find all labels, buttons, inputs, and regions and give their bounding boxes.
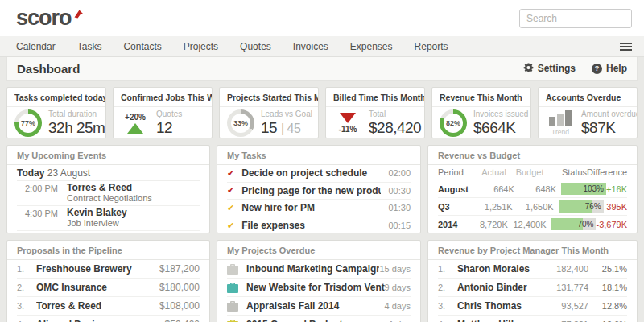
kpi-tasks-completed[interactable]: Tasks completed today 77% Total duration… [6,87,106,138]
pm-row[interactable]: 1. Sharon Morales 182,400 25.1% [438,260,627,279]
overdue-days: 9 days [385,283,411,292]
check-icon[interactable]: ✔ [227,221,234,230]
check-icon[interactable]: ✔ [227,169,234,178]
status-bar: 70% [551,218,596,230]
check-icon[interactable]: ✔ [227,204,234,213]
nav-item-expenses[interactable]: Expenses [350,41,393,52]
pm-percent: 18.1% [588,283,627,292]
donut-percent: 77% [19,114,38,133]
proposal-row[interactable]: 3. Torres & Reed $108,000 [17,297,200,316]
header-actions: Settings ? Help [523,62,627,75]
row-number: 1. [17,264,36,274]
help-label: Help [606,63,627,74]
nav-item-calendar[interactable]: Calendar [16,41,56,52]
pm-row[interactable]: 2. Antonio Binder 131,774 18.1% [438,279,627,297]
triangle-up-icon [127,123,143,134]
check-icon[interactable]: ✔ [227,186,234,195]
settings-button[interactable]: Settings [523,62,576,75]
donut-chart: 82% [440,109,467,137]
table-row[interactable]: Q3 1,251K 1,650K 76% -395K [438,198,627,216]
logo-text: scoro [16,7,72,29]
task-label: File expenses [242,220,381,231]
proposal-row[interactable]: 1. Freshhouse Brewery $187,200 [17,260,200,279]
actual-cell: 664K [477,184,514,194]
nav-item-invoices[interactable]: Invoices [293,41,328,52]
bottom-panel-row: Proposals in the Pipeline 1. Freshhouse … [6,240,638,322]
nav-items: Calendar Tasks Contacts Projects Quotes … [16,41,620,52]
pm-percent: 25.1% [588,264,627,274]
task-time: 00:30 [388,186,411,196]
proposal-row[interactable]: 4. Aligned Designs $50,400 [17,316,200,322]
pm-name: Sharon Morales [457,263,542,275]
table-row[interactable]: 2014 8,720K 12,400K 70% -3,679K [438,216,627,233]
kpi-accounts-overdue[interactable]: Accounts Overdue Trend Amount overdue $8… [538,87,638,138]
kpi-label: Total duration [48,109,98,119]
kpi-label: Amount overdue [581,109,630,119]
overdue-days: 15 days [379,264,411,274]
donut-percent: 82% [444,114,463,133]
briefcase-icon [227,301,246,312]
task-row[interactable]: ✔ Pricing page for the new product line … [227,183,411,200]
actual-cell: 8,720K [474,220,508,229]
period-cell: August [438,184,477,194]
proposal-row[interactable]: 2. OMC Insurance $180,000 [17,279,200,297]
project-name: Inbound Marketing Campaign [246,263,379,275]
search-input[interactable] [519,9,632,28]
kpi-billed-time[interactable]: Billed Time This Month -11% Total $28,42… [325,87,425,138]
dashboard-header: Dashboard Settings ? Help [6,57,638,80]
pm-amount: 93,527 [542,301,588,311]
pm-row[interactable]: 4. Matthew Hill 77,221 10.6% [438,316,627,322]
kpi-label: Total [369,109,417,119]
project-row[interactable]: New Website for Trisdom Ventures 9 days [227,279,411,297]
trend-label: Trend [551,128,569,136]
proposal-amount: $187,200 [159,263,200,275]
kpi-value: $28,420 [369,119,417,137]
project-row[interactable]: 2015 General Budget 1 day [227,316,411,322]
kpi-label: Leads vs Goal [261,109,311,119]
task-label: New hire for PM [242,202,381,213]
task-row[interactable]: ✔ New hire for PM 01:30 [227,200,411,217]
project-name: New Website for Trisdom Ventures [246,282,385,293]
task-time: 01:30 [388,203,411,213]
budget-cell: 648K [514,184,556,194]
project-row[interactable]: Appraisals Fall 2014 4 days [227,297,411,316]
nav-item-reports[interactable]: Reports [415,41,448,52]
help-icon: ? [592,64,602,74]
upcoming-events-panel: My Upcoming Events Today 23 August 2:00 … [6,145,210,233]
kpi-confirmed-jobs[interactable]: Confirmed Jobs This Week +20% Quotes 12 [113,87,213,138]
task-row[interactable]: ✔ Decide on project schedule 02:00 [227,165,411,183]
row-number: 3. [438,301,457,311]
difference-cell: -3,679K [596,220,627,229]
kpi-revenue[interactable]: Revenue This Month 82% Invoices issued $… [431,87,531,138]
panel-title: My Upcoming Events [7,146,209,165]
scoro-logo[interactable]: scoro [16,7,85,29]
project-row[interactable]: Inbound Marketing Campaign 15 days [227,260,411,279]
kpi-value: $664K [473,119,523,137]
kpi-label: Quotes [156,109,182,119]
table-row[interactable]: August 664K 648K 103% +16K [438,180,627,198]
briefcase-icon [227,320,246,322]
task-row[interactable]: ✔ File expenses 00:15 [227,217,411,234]
pm-row[interactable]: 3. Chris Thomas 93,527 12.8% [438,297,627,316]
nav-item-contacts[interactable]: Contacts [123,41,161,52]
event-item[interactable]: 4:30 PM Kevin Blakey Job Interview [17,206,200,231]
help-button[interactable]: ? Help [592,63,627,74]
donut-chart: 33% [227,109,254,137]
settings-label: Settings [538,63,576,74]
nav-item-projects[interactable]: Projects [184,41,218,52]
overdue-days: 4 days [385,301,411,311]
logo-accent-icon [73,8,85,23]
kpi-value: 32h 25m [48,119,98,137]
proposal-amount: $108,000 [159,300,200,312]
proposal-name: Aligned Designs [36,319,165,322]
kpi-title: Revenue This Month [432,88,530,107]
nav-item-tasks[interactable]: Tasks [77,41,102,52]
project-name: Appraisals Fall 2014 [246,300,385,312]
nav-item-quotes[interactable]: Quotes [240,41,271,52]
revenue-vs-budget-panel: Revenue vs Budget Period Actual Budget S… [427,145,638,233]
event-item[interactable]: 2:00 PM Torres & Reed Contract Negotiati… [17,181,200,206]
menu-icon[interactable] [620,43,632,51]
col-period: Period [438,167,473,177]
kpi-projects-started[interactable]: Projects Started This Month 33% Leads vs… [219,87,319,138]
event-title: Kevin Blakey [67,208,127,218]
